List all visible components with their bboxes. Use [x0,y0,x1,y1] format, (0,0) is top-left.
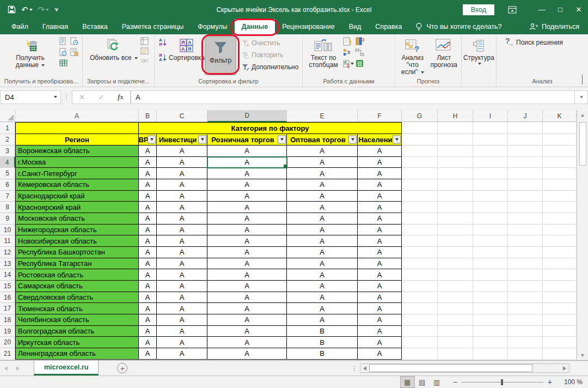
cell-H7[interactable] [438,191,473,202]
row-header-16[interactable]: 16 [0,292,15,304]
cell-K9[interactable] [543,213,577,225]
cell-F19[interactable]: А [358,326,402,337]
sheet-nav-left-icon[interactable] [0,361,12,375]
cell-I3[interactable] [473,146,508,157]
cell-F5[interactable]: А [358,168,402,179]
cell-K17[interactable] [543,303,577,314]
region-cell-A17[interactable]: Тюменская область [15,303,139,314]
connection-properties-icon[interactable] [140,37,149,45]
row-header-18[interactable]: 18 [0,314,15,326]
column-header-E[interactable]: E [287,110,358,122]
row-header-10[interactable]: 10 [0,225,15,236]
cell-B19[interactable]: А [139,326,157,337]
sign-in-button[interactable]: Вход [463,4,494,15]
cell-J10[interactable] [508,225,543,236]
cell-C12[interactable]: А [157,247,207,258]
cell-F3[interactable]: А [358,146,402,157]
cell-E7[interactable]: А [287,191,358,202]
cell-C10[interactable]: А [157,225,207,236]
undo-icon[interactable]: ↶ [21,5,33,14]
cell-E16[interactable]: А [287,292,358,304]
cell-I19[interactable] [473,326,508,337]
column-header-J[interactable]: J [508,110,543,122]
cell-E3[interactable]: А [287,146,358,157]
filter-button[interactable]: Фильтр [205,36,236,75]
cell-I9[interactable] [473,213,508,225]
cell-J11[interactable] [508,235,543,247]
cell-J4[interactable] [508,157,543,168]
horizontal-scroll-thumb[interactable] [369,364,532,372]
cell-E14[interactable]: А [287,269,358,281]
vertical-scrollbar[interactable] [577,110,588,360]
cell-G12[interactable] [402,247,438,258]
zoom-slider[interactable] [462,382,543,383]
cell-F10[interactable]: А [358,225,402,236]
new-query-icon[interactable] [59,37,69,47]
cell-H10[interactable] [438,225,473,236]
cell-H18[interactable] [438,314,473,326]
region-cell-A4[interactable]: г.Москва [15,157,139,168]
cell-C3[interactable]: А [157,146,207,157]
cell-D19[interactable]: А [207,326,287,337]
expand-formula-bar-icon[interactable] [575,90,588,104]
cell-B15[interactable]: А [139,281,157,292]
cell-D18[interactable]: А [207,314,287,326]
refresh-all-button[interactable]: Обновить все [88,36,139,63]
cell-G11[interactable] [402,235,438,247]
cell-D14[interactable]: А [207,269,287,281]
scroll-down-icon[interactable] [577,350,588,360]
cell-J7[interactable] [508,191,543,202]
cell-G17[interactable] [402,303,438,314]
cell-C7[interactable]: А [157,191,207,202]
cell-C20[interactable]: А [157,337,207,348]
cell-G4[interactable] [402,157,438,168]
filter-dropdown-icon-C2[interactable] [198,136,206,144]
cell-C8[interactable]: А [157,202,207,213]
cell-H16[interactable] [438,292,473,304]
zoom-level[interactable]: 100 % [559,378,583,386]
cell-D13[interactable]: А [207,258,287,270]
cell-H17[interactable] [438,303,473,314]
manage-data-model-icon[interactable] [355,59,366,69]
cell-I20[interactable] [473,337,508,348]
cell-H9[interactable] [438,213,473,225]
cell-G9[interactable] [402,213,438,225]
scroll-up-icon[interactable] [577,110,588,120]
filter-dropdown-icon-E2[interactable] [348,136,357,144]
cell-H4[interactable] [438,157,473,168]
cell-B20[interactable]: А [139,337,157,348]
cell-I6[interactable] [473,179,508,191]
zoom-slider-thumb[interactable] [501,379,503,385]
maximize-button[interactable]: □ [551,0,569,19]
row-header-1[interactable]: 1 [0,122,15,134]
region-cell-A14[interactable]: Ростовская область [15,269,139,281]
forecast-sheet-button[interactable]: Лист прогноза [428,36,459,70]
cell-B18[interactable]: А [139,314,157,326]
cell-D16[interactable]: А [207,292,287,304]
row-header-11[interactable]: 11 [0,235,15,247]
cell-J12[interactable] [508,247,543,258]
cell-E15[interactable]: А [287,281,358,292]
cell-K3[interactable] [543,146,577,157]
cell-C11[interactable]: А [157,235,207,247]
column-header-K[interactable]: K [543,110,577,122]
filter-header-C2[interactable]: Инвестици [157,134,207,146]
cell-K10[interactable] [543,225,577,236]
cell-C18[interactable]: А [157,314,207,326]
cell-G6[interactable] [402,179,438,191]
cell-F6[interactable]: А [358,179,402,191]
region-cell-A3[interactable]: Воронежская область [15,146,139,157]
cell-I10[interactable] [473,225,508,236]
tell-me-search[interactable]: Что вы хотите сделать? [409,19,508,34]
cell-C17[interactable]: А [157,303,207,314]
row-header-19[interactable]: 19 [0,326,15,337]
tab-file[interactable]: Файл [4,19,35,34]
cell-K7[interactable] [543,191,577,202]
cell-E18[interactable]: А [287,314,358,326]
row-header-4[interactable]: 4 [0,157,15,168]
page-break-view-icon[interactable]: ▥ [430,376,444,388]
cell-C9[interactable]: А [157,213,207,225]
cell-C13[interactable]: А [157,258,207,270]
cell-J19[interactable] [508,326,543,337]
cell-F11[interactable]: А [358,235,402,247]
